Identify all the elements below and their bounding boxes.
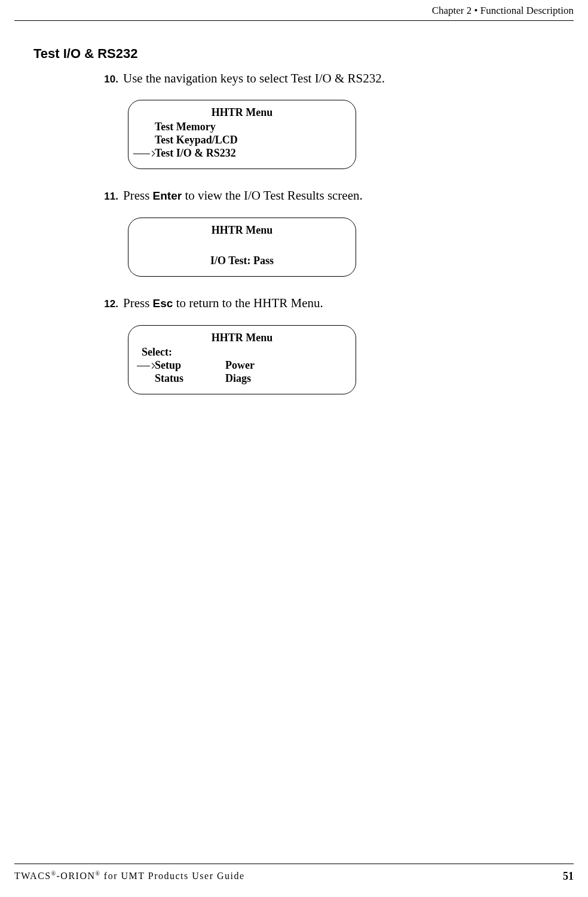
step-number: 10. (102, 74, 123, 85)
footer-text: for UMT Products User Guide (100, 871, 244, 881)
screen-line-selected: Test I/O & RS232 (138, 147, 346, 160)
screen-col2: Power Diags (225, 359, 255, 385)
lcd-screen-3: HHTR Menu Select: Setup Status Power Dia… (128, 325, 356, 394)
screen-line: Test Keypad/LCD (138, 134, 346, 147)
menu-item: Status (155, 372, 225, 385)
screen-col1: Setup Status (142, 359, 225, 385)
registered-icon: ® (51, 870, 57, 877)
section-title: Test I/O & RS232 (33, 46, 564, 62)
step-text: Use the navigation keys to select Test I… (123, 70, 385, 87)
step-text-part: to return to the HHTR Menu. (173, 296, 323, 310)
screen-columns: Setup Status Power Diags (138, 359, 346, 385)
screen-select-label: Select: (138, 346, 346, 359)
step-text: Press Esc to return to the HHTR Menu. (123, 295, 323, 311)
step-text-part: Press (123, 296, 153, 310)
page-content: Test I/O & RS232 10. Use the navigation … (0, 21, 588, 394)
screen-line: Test Memory (138, 121, 346, 134)
step-11: 11. Press Enter to view the I/O Test Res… (102, 187, 564, 204)
screen-title: HHTR Menu (138, 224, 346, 237)
page-header: Chapter 2 • Functional Description (0, 0, 588, 17)
step-text: Press Enter to view the I/O Test Results… (123, 187, 363, 204)
screen-title: HHTR Menu (138, 106, 346, 120)
key-esc: Esc (153, 297, 173, 310)
step-12: 12. Press Esc to return to the HHTR Menu… (102, 295, 564, 311)
footer-text: -ORION (57, 871, 96, 881)
step-text-part: to view the I/O Test Results screen. (182, 188, 363, 203)
menu-item: Power (225, 359, 255, 372)
step-10: 10. Use the navigation keys to select Te… (102, 70, 564, 87)
lcd-screen-2: HHTR Menu I/O Test: Pass (128, 218, 356, 277)
footer-rule (14, 864, 574, 864)
page-number: 51 (563, 870, 574, 883)
lcd-screen-1: HHTR Menu Test Memory Test Keypad/LCD Te… (128, 100, 356, 169)
page-footer: TWACS®-ORION® for UMT Products User Guid… (0, 864, 588, 883)
screen-result: I/O Test: Pass (138, 255, 346, 268)
footer-guide-title: TWACS®-ORION® for UMT Products User Guid… (14, 870, 245, 883)
menu-item: Diags (225, 372, 255, 385)
key-enter: Enter (153, 189, 182, 202)
footer-text: TWACS (14, 871, 51, 881)
chapter-label: Chapter 2 • Functional Description (432, 5, 574, 16)
step-text-part: Press (123, 188, 153, 203)
footer-row: TWACS®-ORION® for UMT Products User Guid… (14, 870, 574, 883)
step-number: 11. (102, 191, 123, 203)
screen-title: HHTR Menu (138, 332, 346, 345)
registered-icon: ® (96, 870, 101, 877)
step-number: 12. (102, 298, 123, 310)
menu-item: Setup (155, 359, 225, 372)
